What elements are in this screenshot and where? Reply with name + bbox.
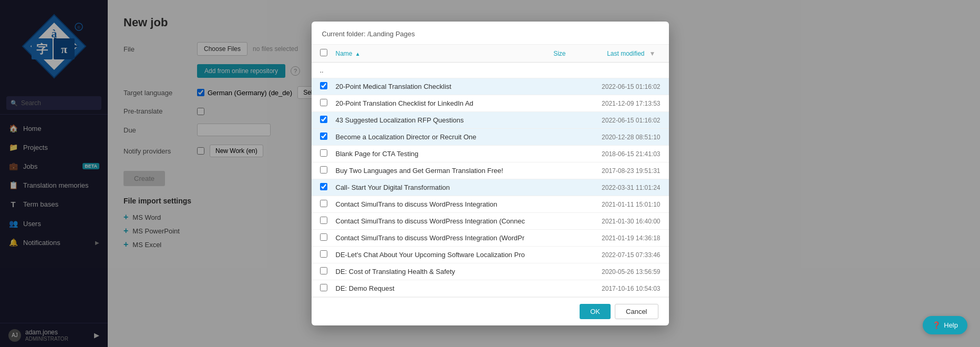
file-date: 2022-07-15 07:33:46 [582,251,661,259]
size-column-header[interactable]: Size [553,50,565,57]
file-date: 2020-05-26 13:56:59 [582,268,661,275]
file-checkbox[interactable] [320,166,327,174]
table-row[interactable]: DE: Demo Request 2017-10-16 10:54:03 [312,280,669,297]
file-name: Contact SimulTrans to discuss WordPress … [336,200,540,208]
select-all-checkbox[interactable] [320,49,327,56]
file-date: 2018-06-15 21:41:03 [582,150,661,158]
file-name: Call- Start Your Digital Transformation [336,183,540,191]
file-name: 43 Suggested Localization RFP Questions [336,116,540,124]
file-name: 20-Point Translation Checklist for Linke… [336,99,540,107]
table-row[interactable]: DE-Let's Chat About Your Upcoming Softwa… [312,247,669,263]
file-checkbox[interactable] [320,132,327,140]
table-header: Name ▲ Size Last modified ▼ [312,45,669,63]
file-checkbox[interactable] [320,82,327,89]
file-date: 2022-03-31 11:01:24 [582,184,661,191]
file-name: 20-Point Medical Translation Checklist [336,83,540,90]
help-circle-icon: ❓ [932,321,941,329]
table-row[interactable]: Blank Page for CTA Testing 2018-06-15 21… [312,146,669,162]
parent-folder-label: .. [320,66,324,74]
table-row[interactable]: 20-Point Medical Translation Checklist 2… [312,78,669,95]
table-row[interactable]: Contact SimulTrans to discuss WordPress … [312,196,669,213]
file-checkbox[interactable] [320,149,327,157]
table-row[interactable]: Contact SimulTrans to discuss WordPress … [312,213,669,230]
file-name: DE: Demo Request [336,284,540,292]
cancel-button[interactable]: Cancel [615,304,658,319]
table-row[interactable]: Contact SimulTrans to discuss WordPress … [312,230,669,247]
file-date: 2022-06-15 01:16:02 [582,83,661,90]
file-checkbox[interactable] [320,250,327,258]
file-name: DE: Cost of Translating Health & Safety [336,268,540,275]
table-row[interactable]: 43 Suggested Localization RFP Questions … [312,112,669,129]
help-fab[interactable]: ❓ Help [923,316,967,334]
file-checkbox[interactable] [320,183,327,190]
dialog-header: Current folder: /Landing Pages [312,22,669,45]
table-row[interactable]: Call- Start Your Digital Transformation … [312,179,669,196]
file-name: Contact SimulTrans to discuss WordPress … [336,217,540,225]
file-checkbox[interactable] [320,217,327,224]
ok-button[interactable]: OK [580,304,611,319]
table-row[interactable]: Become a Localization Director or Recrui… [312,129,669,146]
folder-path: Current folder: /Landing Pages [322,30,415,38]
file-name: Buy Two Languages and Get German Transla… [336,167,540,175]
modal-overlay: Current folder: /Landing Pages Name ▲ Si… [0,0,980,347]
file-date: 2017-08-23 19:51:31 [582,167,661,175]
table-row[interactable]: 20-Point Translation Checklist for Linke… [312,95,669,112]
file-date: 2021-01-19 14:36:18 [582,234,661,242]
parent-folder-row[interactable]: .. [312,63,669,78]
file-picker-dialog: Current folder: /Landing Pages Name ▲ Si… [312,22,669,325]
modified-column-header[interactable]: Last modified [607,50,644,57]
dialog-footer: OK Cancel [312,297,669,325]
file-date: 2017-10-16 10:54:03 [582,285,661,292]
name-column-header[interactable]: Name ▲ [336,50,360,57]
file-list: .. 20-Point Medical Translation Checklis… [312,63,669,297]
file-date: 2021-01-30 16:40:00 [582,218,661,225]
file-name: DE-Let's Chat About Your Upcoming Softwa… [336,251,540,259]
filter-icon[interactable]: ▼ [649,50,656,57]
file-date: 2020-12-28 08:51:10 [582,134,661,141]
help-label: Help [944,321,958,329]
table-row[interactable]: Buy Two Languages and Get German Transla… [312,162,669,179]
table-row[interactable]: DE: Cost of Translating Health & Safety … [312,263,669,280]
file-checkbox[interactable] [320,233,327,241]
sort-arrow-icon: ▲ [355,51,360,57]
file-checkbox[interactable] [320,267,327,274]
file-name: Contact SimulTrans to discuss WordPress … [336,234,540,242]
file-date: 2022-06-15 01:16:02 [582,117,661,124]
file-name: Become a Localization Director or Recrui… [336,133,540,141]
file-date: 2021-12-09 17:13:53 [582,100,661,107]
file-name: Blank Page for CTA Testing [336,150,540,158]
file-checkbox[interactable] [320,200,327,207]
file-checkbox[interactable] [320,116,327,123]
file-date: 2021-01-11 15:01:10 [582,201,661,208]
file-checkbox[interactable] [320,99,327,106]
file-checkbox[interactable] [320,284,327,291]
